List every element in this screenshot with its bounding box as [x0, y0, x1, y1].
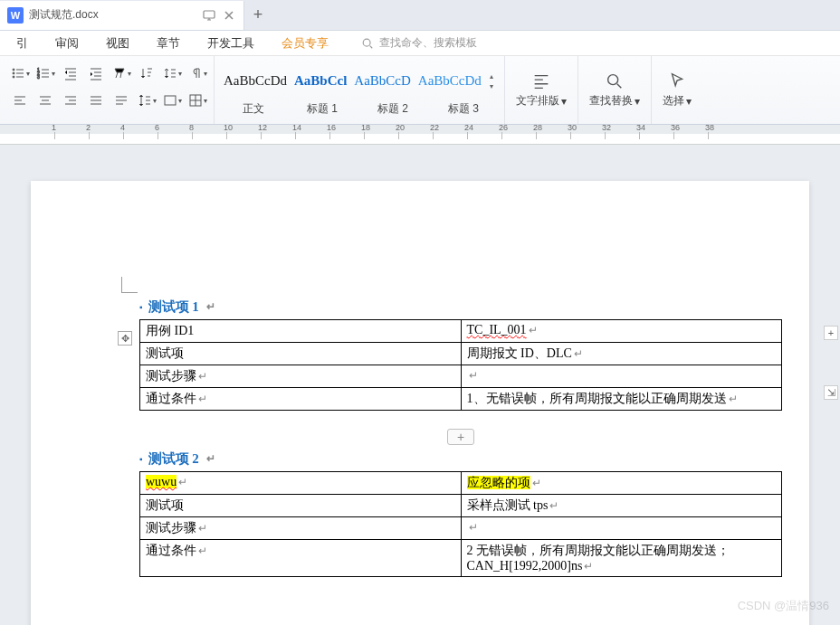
document-area: ✥ ▪ 测试项 1 ↵ 用例 ID1TC_IL_001↵ 测试项周期报文 ID、…: [0, 145, 840, 625]
wps-doc-icon: W: [7, 7, 24, 24]
bullet-icon: ▪: [139, 454, 143, 464]
table-row: 测试步骤↵↵: [140, 365, 782, 388]
command-search[interactable]: 查找命令、搜索模板: [361, 35, 477, 51]
svg-rect-8: [165, 96, 176, 105]
table-row: 通过条件↵2 无错误帧，所有周期报文能以正确周期发送；CAN_H[1992,20…: [140, 540, 782, 577]
align-center-button[interactable]: [34, 90, 56, 111]
menu-view[interactable]: 视图: [93, 32, 142, 55]
search-placeholder: 查找命令、搜索模板: [379, 35, 477, 51]
style-label-h2: 标题 2: [358, 101, 428, 119]
svg-point-2: [13, 69, 14, 71]
margin-corner-icon: [121, 277, 138, 293]
side-add-button[interactable]: +: [824, 326, 838, 340]
style-label-normal: 正文: [220, 101, 287, 119]
search-icon: [361, 37, 374, 50]
table-1[interactable]: 用例 ID1TC_IL_001↵ 测试项周期报文 ID、DLC↵ 测试步骤↵↵ …: [139, 319, 782, 411]
menu-devtools[interactable]: 开发工具: [195, 32, 267, 55]
bullet-icon: ▪: [139, 302, 143, 312]
table-2[interactable]: wuwu↵应忽略的项↵ 测试项采样点测试 tps↵ 测试步骤↵↵ 通过条件↵2 …: [139, 471, 782, 577]
styles-next-icon[interactable]: ▾: [490, 82, 493, 90]
svg-point-3: [13, 72, 14, 74]
table-row: 通过条件↵1、无错误帧，所有周期报文能以正确周期发送↵: [140, 388, 782, 411]
page: ✥ ▪ 测试项 1 ↵ 用例 ID1TC_IL_001↵ 测试项周期报文 ID、…: [31, 181, 809, 625]
paragraph-mark-icon: ↵: [206, 300, 215, 314]
indent-increase-button[interactable]: [85, 62, 107, 84]
styles-prev-icon[interactable]: ▴: [490, 72, 493, 80]
borders-button[interactable]: ▾: [186, 90, 208, 111]
monitor-icon[interactable]: [202, 8, 216, 23]
document-tab[interactable]: W 测试规范.docx: [0, 1, 244, 30]
menu-review[interactable]: 审阅: [43, 32, 91, 55]
heading-2: ▪ 测试项 2 ↵: [139, 450, 782, 468]
right-side-tools: + ⇲: [824, 326, 840, 400]
paragraph-mark-icon: ↵: [206, 452, 215, 466]
close-tab-icon[interactable]: [222, 8, 236, 23]
table-row: wuwu↵应忽略的项↵: [140, 472, 782, 495]
numbering-button[interactable]: 123▾: [34, 62, 56, 84]
line-spacing2-button[interactable]: ▾: [136, 90, 158, 111]
paragraph-group: ▾ 123▾ ▾ ▾ ▾ ▾ ▾ ▾: [4, 56, 215, 124]
ribbon: ▾ 123▾ ▾ ▾ ▾ ▾ ▾ ▾ AaBbCcDd AaBbCcl AaBb…: [0, 56, 840, 125]
style-normal[interactable]: AaBbCcDd: [220, 71, 291, 90]
align-right-button[interactable]: [60, 90, 81, 111]
style-label-h3: 标题 3: [428, 101, 499, 119]
find-replace-button[interactable]: 查找替换▾: [578, 56, 652, 124]
svg-text:3: 3: [37, 74, 40, 80]
align-distribute-button[interactable]: [110, 90, 132, 111]
svg-point-1: [363, 39, 370, 46]
table-row: 用例 ID1TC_IL_001↵: [140, 320, 782, 343]
heading-2-text: 测试项 2: [148, 450, 199, 468]
text-layout-button[interactable]: 文字排版▾: [505, 56, 578, 124]
side-expand-button[interactable]: ⇲: [824, 385, 838, 400]
style-label-h1: 标题 1: [287, 101, 358, 119]
line-spacing-button[interactable]: ▾: [161, 62, 183, 84]
menu-chapter[interactable]: 章节: [144, 32, 193, 55]
style-heading2[interactable]: AaBbCcD: [350, 71, 415, 90]
paragraph-mark-button[interactable]: ▾: [186, 62, 208, 84]
align-justify-button[interactable]: [85, 90, 107, 111]
add-tab-button[interactable]: +: [244, 2, 272, 29]
svg-point-4: [13, 76, 14, 78]
styles-group: AaBbCcDd AaBbCcl AaBbCcD AaBbCcDd ▴ ▾ 正文…: [215, 56, 505, 124]
clear-format-button[interactable]: ▾: [110, 62, 132, 84]
tab-bar: W 测试规范.docx +: [0, 0, 840, 31]
select-button[interactable]: 选择▾: [652, 56, 702, 124]
sort-button[interactable]: [136, 62, 158, 84]
align-left-button[interactable]: [9, 90, 31, 111]
table-row: 测试步骤↵↵: [140, 517, 782, 540]
insert-row-button[interactable]: +: [447, 429, 474, 445]
heading-1-text: 测试项 1: [148, 298, 199, 316]
table-row: 测试项周期报文 ID、DLC↵: [140, 343, 782, 365]
style-heading3[interactable]: AaBbCcDd: [415, 71, 485, 90]
svg-point-10: [608, 75, 618, 85]
tab-title: 测试规范.docx: [29, 7, 196, 23]
ruler[interactable]: 12468101214161820222426283032343638: [0, 125, 840, 145]
indent-decrease-button[interactable]: [60, 62, 81, 84]
menu-member[interactable]: 会员专享: [269, 32, 341, 55]
menu-partial-left[interactable]: 引: [4, 32, 41, 55]
heading-1: ▪ 测试项 1 ↵: [139, 298, 782, 316]
watermark: CSDN @温情936: [738, 598, 829, 614]
style-heading1[interactable]: AaBbCcl: [291, 71, 350, 90]
menu-bar: 引 审阅 视图 章节 开发工具 会员专享 查找命令、搜索模板: [0, 31, 840, 56]
table-move-handle[interactable]: ✥: [118, 331, 132, 346]
table-row: 测试项采样点测试 tps↵: [140, 495, 782, 517]
bullets-button[interactable]: ▾: [9, 62, 31, 84]
shading-button[interactable]: ▾: [161, 90, 183, 111]
svg-rect-0: [204, 11, 215, 18]
